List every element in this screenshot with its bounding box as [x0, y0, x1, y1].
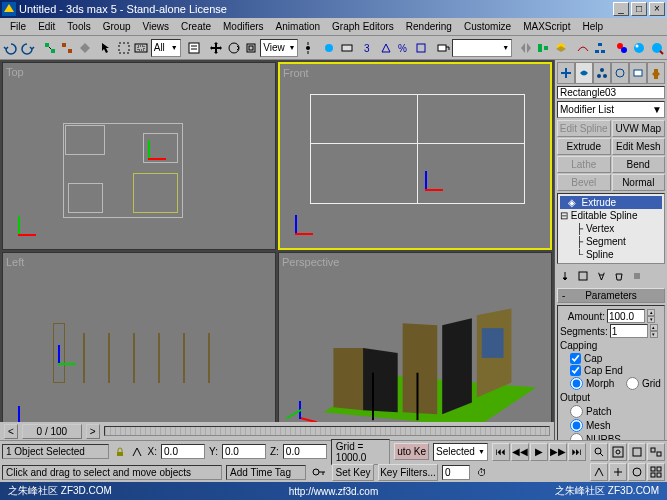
viewport-left[interactable]: Left — [2, 252, 276, 440]
named-selection-button[interactable] — [435, 38, 452, 58]
render-scene-button[interactable] — [631, 38, 648, 58]
spinner-snap-button[interactable] — [413, 38, 430, 58]
percent-snap-button[interactable]: % — [395, 38, 412, 58]
align-button[interactable] — [535, 38, 552, 58]
configure-sets-button[interactable] — [629, 268, 645, 284]
abs-transform-button[interactable] — [130, 444, 143, 460]
undo-button[interactable] — [2, 38, 19, 58]
editspline-button[interactable]: Edit Spline — [557, 120, 611, 137]
select-button[interactable] — [98, 38, 115, 58]
editmesh-button[interactable]: Edit Mesh — [612, 138, 666, 155]
utilities-tab[interactable] — [647, 62, 665, 84]
motion-tab[interactable] — [611, 62, 629, 84]
material-editor-button[interactable] — [614, 38, 631, 58]
next-frame-button[interactable]: ▶▶ — [549, 443, 567, 461]
amount-field[interactable] — [607, 309, 645, 323]
menu-tools[interactable]: Tools — [61, 20, 96, 33]
create-tab[interactable] — [557, 62, 575, 84]
arc-rotate-button[interactable] — [628, 463, 646, 481]
uvwmap-button[interactable]: UVW Map — [612, 120, 666, 137]
select-by-name-button[interactable] — [186, 38, 203, 58]
viewport-perspective[interactable]: Perspective — [278, 252, 552, 440]
close-button[interactable]: × — [649, 2, 665, 16]
menu-group[interactable]: Group — [97, 20, 137, 33]
pin-stack-button[interactable] — [557, 268, 573, 284]
time-tag[interactable]: Add Time Tag — [226, 465, 306, 480]
lathe-button[interactable]: Lathe — [557, 156, 611, 173]
menu-maxscript[interactable]: MAXScript — [517, 20, 576, 33]
layers-button[interactable] — [553, 38, 570, 58]
angle-snap-button[interactable] — [378, 38, 395, 58]
menu-edit[interactable]: Edit — [32, 20, 61, 33]
bevel-button[interactable]: Bevel — [557, 174, 611, 191]
play-button[interactable]: ▶ — [530, 443, 548, 461]
cap-start-checkbox[interactable] — [570, 353, 581, 364]
extrude-button[interactable]: Extrude — [557, 138, 611, 155]
select-window-button[interactable] — [133, 38, 150, 58]
modify-tab[interactable] — [575, 62, 593, 84]
menu-file[interactable]: File — [4, 20, 32, 33]
grid-radio[interactable] — [626, 377, 639, 390]
menu-grapheditors[interactable]: Graph Editors — [326, 20, 400, 33]
hierarchy-tab[interactable] — [593, 62, 611, 84]
manipulate-button[interactable] — [321, 38, 338, 58]
link-button[interactable] — [41, 38, 58, 58]
scale-button[interactable] — [243, 38, 260, 58]
keyboard-shortcut-button[interactable] — [339, 38, 356, 58]
cap-end-checkbox[interactable] — [570, 365, 581, 376]
key-icon[interactable] — [310, 464, 328, 480]
autokey-button[interactable]: uto Ke — [394, 443, 429, 460]
unlink-button[interactable] — [59, 38, 76, 58]
schematic-button[interactable] — [592, 38, 609, 58]
zoom-button[interactable] — [590, 443, 608, 461]
show-result-button[interactable] — [575, 268, 591, 284]
patch-radio[interactable] — [570, 405, 583, 418]
bend-button[interactable]: Bend — [612, 156, 666, 173]
selection-filter-dropdown[interactable]: All — [151, 39, 181, 57]
z-coord-field[interactable] — [283, 444, 327, 459]
time-slider[interactable]: < 0 / 100 > — [0, 422, 554, 440]
keyfilters-button[interactable]: Key Filters... — [378, 464, 438, 481]
fov-button[interactable] — [590, 463, 608, 481]
lock-selection-button[interactable] — [113, 444, 126, 460]
x-coord-field[interactable] — [161, 444, 205, 459]
modifier-list-dropdown[interactable]: Modifier List▼ — [557, 101, 665, 118]
current-frame-field[interactable] — [442, 465, 470, 480]
modifier-stack[interactable]: ◈ Extrude ⊟ Editable Spline ├ Vertex ├ S… — [557, 193, 665, 264]
redo-button[interactable] — [20, 38, 37, 58]
snap-button[interactable]: 3 — [360, 38, 377, 58]
move-button[interactable] — [208, 38, 225, 58]
parameters-rollout-header[interactable]: Parameters — [557, 288, 665, 303]
menu-modifiers[interactable]: Modifiers — [217, 20, 270, 33]
maximize-button[interactable]: □ — [631, 2, 647, 16]
goto-start-button[interactable]: ⏮ — [492, 443, 510, 461]
menu-help[interactable]: Help — [576, 20, 609, 33]
minimize-button[interactable]: _ — [613, 2, 629, 16]
keymode-dropdown[interactable]: Selected — [433, 443, 488, 461]
morph-radio[interactable] — [570, 377, 583, 390]
segments-field[interactable] — [610, 324, 648, 338]
quick-render-button[interactable] — [649, 38, 666, 58]
prev-frame-button[interactable]: ◀◀ — [511, 443, 529, 461]
menu-animation[interactable]: Animation — [270, 20, 326, 33]
menu-customize[interactable]: Customize — [458, 20, 517, 33]
viewport-front[interactable]: Front — [278, 62, 552, 250]
object-name-field[interactable] — [557, 86, 665, 99]
rotate-button[interactable] — [225, 38, 242, 58]
named-selection-dropdown[interactable] — [452, 39, 512, 57]
menu-create[interactable]: Create — [175, 20, 217, 33]
pan-button[interactable] — [609, 463, 627, 481]
zoom-extents-all-button[interactable] — [647, 443, 665, 461]
ref-coord-dropdown[interactable]: View — [260, 39, 298, 57]
amount-spinner[interactable]: ▴▾ — [647, 309, 655, 323]
menu-rendering[interactable]: Rendering — [400, 20, 458, 33]
pivot-button[interactable] — [299, 38, 316, 58]
mirror-button[interactable] — [518, 38, 535, 58]
display-tab[interactable] — [629, 62, 647, 84]
zoom-all-button[interactable] — [609, 443, 627, 461]
make-unique-button[interactable]: ∀ — [593, 268, 609, 284]
segments-spinner[interactable]: ▴▾ — [650, 324, 658, 338]
zoom-extents-button[interactable] — [628, 443, 646, 461]
bind-button[interactable] — [76, 38, 93, 58]
viewport-top[interactable]: Top — [2, 62, 276, 250]
